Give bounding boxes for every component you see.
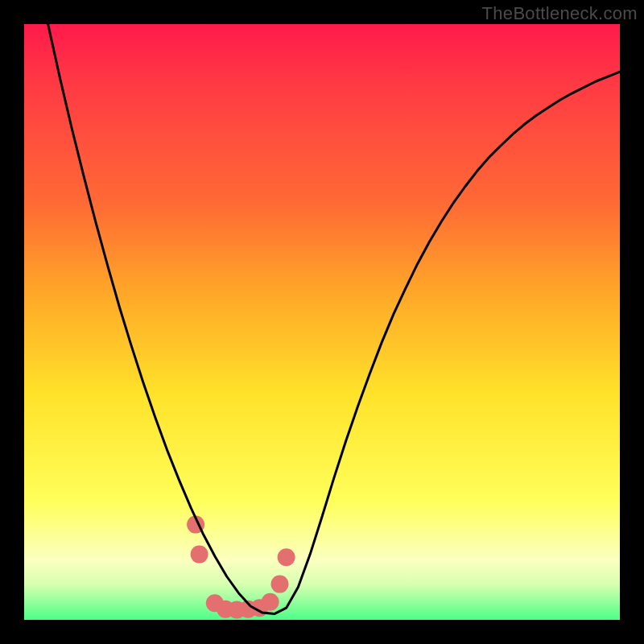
data-marker bbox=[278, 548, 295, 566]
data-marker bbox=[271, 576, 289, 593]
data-marker bbox=[239, 601, 257, 618]
data-marker bbox=[191, 546, 208, 564]
chart-stage: TheBottleneck.com bbox=[0, 0, 644, 644]
data-marker bbox=[206, 594, 224, 612]
plot-area bbox=[24, 24, 620, 620]
data-marker bbox=[262, 593, 279, 611]
attribution-text: TheBottleneck.com bbox=[482, 3, 638, 24]
curve-svg bbox=[24, 24, 620, 620]
data-marker bbox=[228, 601, 246, 618]
data-marker bbox=[250, 599, 268, 617]
data-marker bbox=[217, 601, 234, 618]
bottleneck-curve-path bbox=[48, 24, 620, 614]
data-marker bbox=[187, 516, 204, 534]
marker-group bbox=[187, 516, 295, 619]
